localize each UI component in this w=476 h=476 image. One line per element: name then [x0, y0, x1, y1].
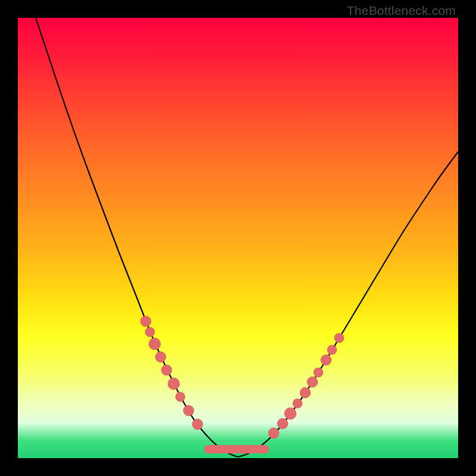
bead-point [268, 428, 279, 439]
bead-point [145, 327, 155, 337]
beads-right-group [268, 333, 344, 439]
attribution-label: TheBottleneck.com [347, 4, 456, 18]
bead-point [314, 368, 323, 377]
chart-svg [18, 18, 458, 458]
bead-point [176, 392, 185, 402]
bead-point [161, 365, 172, 375]
bead-point [192, 419, 203, 430]
bead-point [300, 387, 311, 398]
bead-point [307, 377, 318, 387]
bead-point [327, 345, 337, 355]
bead-point [149, 338, 161, 350]
bead-point [284, 408, 296, 419]
right-curve [238, 152, 458, 457]
bead-point [277, 418, 288, 429]
bead-point [155, 352, 166, 362]
bead-point [293, 399, 302, 408]
beads-left-group [140, 316, 203, 430]
bead-point [334, 333, 344, 343]
outer-frame: TheBottleneck.com [0, 0, 476, 476]
bead-point [183, 405, 194, 416]
bead-point [140, 316, 151, 327]
bead-point [321, 355, 331, 365]
left-curve [36, 18, 238, 457]
bead-point [168, 378, 180, 390]
plot-area [18, 18, 458, 458]
